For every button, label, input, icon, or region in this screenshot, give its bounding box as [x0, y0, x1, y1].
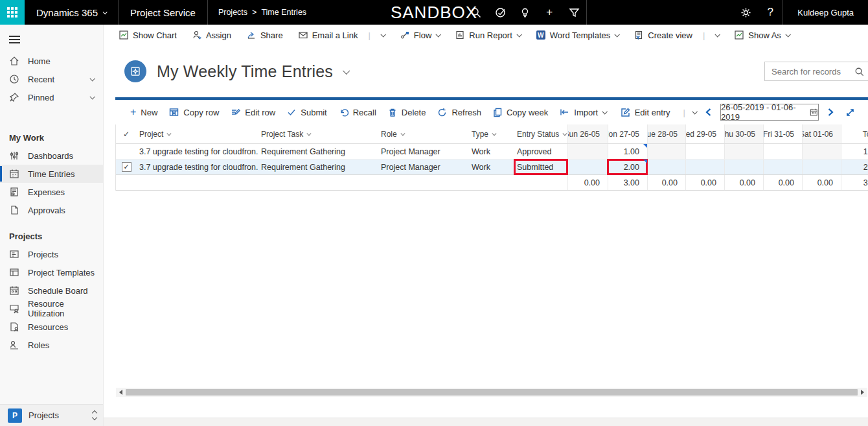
table-row[interactable]: 3.7 upgrade testing for cloudfron... Req… — [116, 144, 868, 160]
area-switcher[interactable]: P Projects — [0, 404, 103, 426]
day-cell-tue[interactable] — [647, 160, 685, 174]
column-header-role[interactable]: Role — [378, 124, 469, 143]
recall-button[interactable]: Recall — [333, 100, 382, 124]
sidebar-item-pinned[interactable]: Pinned — [0, 88, 103, 106]
column-header-sat[interactable]: Sat 01-06 — [802, 124, 841, 143]
day-cell-sat[interactable] — [802, 144, 841, 159]
import-button[interactable]: Import — [554, 100, 612, 124]
column-header-fri[interactable]: Fri 31-05 — [763, 124, 802, 143]
row-checkbox-checked[interactable]: ✓ — [122, 162, 131, 172]
day-cell-wed[interactable] — [685, 160, 724, 174]
column-header-wed[interactable]: Wed 29-05 — [685, 124, 724, 143]
column-header-type[interactable]: Type — [469, 124, 514, 143]
fullscreen-button[interactable] — [843, 108, 858, 117]
sidebar-item-dashboards[interactable]: Dashboards — [0, 147, 103, 165]
collapse-sidebar-button[interactable] — [0, 25, 103, 52]
breadcrumb-current[interactable]: Time Entries — [261, 8, 306, 17]
sidebar-item-time-entries[interactable]: Time Entries — [0, 165, 103, 183]
edit-entry-more-chevron-icon[interactable] — [692, 109, 697, 114]
sidebar-item-expenses[interactable]: Expenses — [0, 183, 103, 201]
horizontal-scrollbar[interactable] — [116, 388, 867, 397]
email-link-more-button[interactable] — [374, 25, 391, 45]
column-header-sun[interactable]: Sun 26-05 — [567, 124, 608, 143]
project-cell[interactable]: 3.7 upgrade testing for cloudfron... — [137, 144, 258, 159]
sidebar-item-resources[interactable]: Resources — [0, 318, 103, 336]
new-button[interactable]: + New — [124, 100, 163, 124]
day-cell-mon-highlighted[interactable]: 2.00 — [608, 160, 647, 174]
day-cell-sun[interactable] — [567, 144, 608, 159]
row-total-cell: 1.00 — [841, 144, 868, 159]
search-button[interactable] — [463, 0, 488, 25]
sidebar-item-recent[interactable]: Recent — [0, 70, 103, 88]
refresh-button[interactable]: Refresh — [431, 100, 487, 124]
run-report-button[interactable]: Run Report — [449, 25, 527, 45]
sidebar-item-project-templates[interactable]: Project Templates — [0, 263, 103, 281]
sidebar-item-approvals[interactable]: Approvals — [0, 201, 103, 219]
column-header-entry-status[interactable]: Entry Status — [514, 124, 567, 143]
submit-button[interactable]: Submit — [281, 100, 332, 124]
show-as-button[interactable]: Show As — [728, 25, 796, 45]
day-cell-tue[interactable] — [647, 144, 685, 159]
email-link-button[interactable]: Email a Link — [292, 25, 365, 45]
scroll-right-button[interactable] — [858, 388, 867, 397]
settings-button[interactable] — [733, 0, 758, 25]
edit-row-button[interactable]: Edit row — [225, 100, 281, 124]
app-launcher-button[interactable] — [0, 0, 25, 25]
show-chart-button[interactable]: Show Chart — [113, 25, 183, 45]
view-selector-chevron-icon[interactable] — [343, 67, 350, 75]
column-header-project-task[interactable]: Project Task — [258, 124, 378, 143]
project-cell[interactable]: 3.7 upgrade testing for cloudfron... — [137, 160, 258, 174]
column-header-mon[interactable]: Mon 27-05 — [608, 124, 647, 143]
quick-create-button[interactable]: + — [537, 0, 562, 25]
copy-row-button[interactable]: Copy row — [163, 100, 225, 124]
sidebar-item-schedule-board[interactable]: Schedule Board — [0, 281, 103, 300]
user-menu[interactable]: Kuldeep Gupta — [783, 0, 868, 25]
day-cell-sat[interactable] — [802, 160, 841, 174]
row-select-cell[interactable] — [116, 144, 137, 159]
edit-entry-button[interactable]: Edit entry — [615, 100, 676, 124]
delete-button[interactable]: Delete — [382, 100, 432, 124]
day-cell-mon[interactable]: 1.00 — [608, 144, 647, 159]
word-templates-button[interactable]: W Word Templates — [530, 25, 625, 45]
area-name[interactable]: Project Service — [119, 0, 207, 25]
day-cell-fri[interactable] — [763, 144, 802, 159]
day-cell-thu[interactable] — [724, 144, 763, 159]
table-row-selected[interactable]: ✓ 3.7 upgrade testing for cloudfron... R… — [116, 160, 868, 175]
day-cell-wed[interactable] — [685, 144, 724, 159]
week-date-range-picker[interactable]: 26-05-2019 - 01-06-2019 — [720, 104, 819, 121]
breadcrumb-parent[interactable]: Projects — [218, 8, 247, 17]
help-button[interactable]: ? — [758, 0, 782, 25]
previous-week-button[interactable] — [702, 108, 714, 117]
task-checker-button[interactable] — [488, 0, 512, 25]
create-view-more-button[interactable] — [709, 25, 725, 45]
column-header-thu[interactable]: Thu 30-05 — [724, 124, 763, 143]
create-view-button[interactable]: Create view — [628, 25, 699, 45]
select-all-checkmark[interactable]: ✓ — [116, 124, 137, 143]
flow-button[interactable]: Flow — [394, 25, 446, 45]
day-cell-thu[interactable] — [724, 160, 763, 174]
day-cell-fri[interactable] — [763, 160, 802, 174]
column-header-total[interactable]: Total — [841, 124, 868, 143]
resources-icon — [9, 322, 19, 332]
day-cell-sun[interactable] — [567, 160, 608, 174]
sidebar-item-roles[interactable]: Roles — [0, 336, 103, 354]
column-header-tue[interactable]: Tue 28-05 — [647, 124, 685, 143]
record-search-input[interactable] — [771, 67, 854, 77]
share-button[interactable]: Share — [240, 25, 290, 45]
row-select-cell[interactable]: ✓ — [116, 160, 137, 174]
sidebar-item-resource-utilization[interactable]: Resource Utilization — [0, 300, 103, 318]
sort-chevron-icon — [563, 132, 567, 136]
next-week-button[interactable] — [825, 108, 837, 117]
insights-button[interactable] — [512, 0, 537, 25]
sidebar-item-home[interactable]: Home — [0, 52, 103, 70]
sidebar-item-projects[interactable]: Projects — [0, 245, 103, 263]
scroll-left-button[interactable] — [116, 388, 126, 397]
scrollbar-thumb[interactable] — [126, 389, 858, 396]
copy-week-button[interactable]: Copy week — [487, 100, 554, 124]
search-icon[interactable] — [854, 67, 864, 77]
time-entries-view-icon — [124, 60, 146, 82]
column-header-project[interactable]: Project — [137, 124, 258, 143]
app-name-menu[interactable]: Dynamics 365 — [25, 0, 118, 25]
advanced-find-button[interactable] — [562, 0, 586, 25]
assign-button[interactable]: Assign — [186, 25, 238, 45]
